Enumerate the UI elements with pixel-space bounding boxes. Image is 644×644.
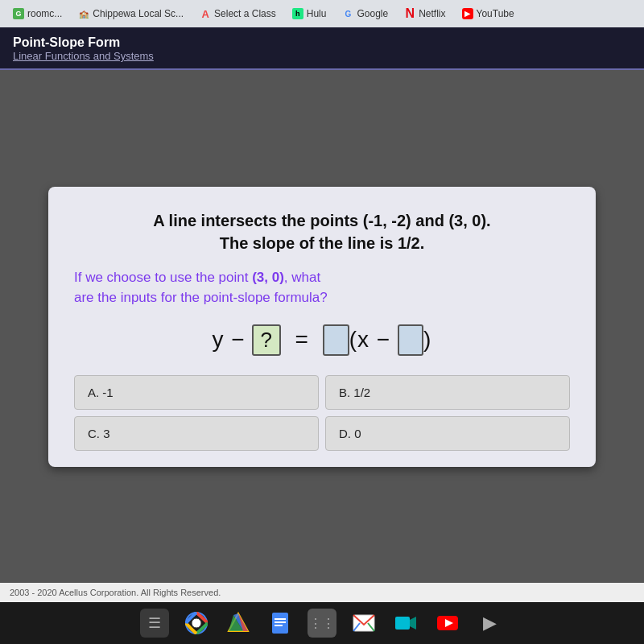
netflix-icon: N [404, 8, 415, 19]
formula-display: y − ? = (x − ) [74, 324, 570, 356]
tab-select-class[interactable]: A Select a Class [193, 5, 283, 23]
youtube-icon: ▶ [462, 8, 473, 19]
tab-roomc-label: roomc... [27, 8, 62, 19]
answer-option-b[interactable]: B. 1/2 [325, 375, 570, 410]
google-icon: G [342, 8, 353, 19]
svg-rect-10 [275, 625, 283, 626]
question-card: A line intersects the points (-1, -2) an… [48, 187, 596, 467]
question-main-text: A line intersects the points (-1, -2) an… [74, 209, 570, 254]
tab-select-class-label: Select a Class [214, 8, 276, 19]
tab-netflix[interactable]: N Netflix [398, 5, 452, 23]
answer-c-label: C. 3 [88, 427, 110, 440]
browser-tab-bar: G roomc... 🏫 Chippewa Local Sc... A Sele… [0, 0, 644, 27]
svg-rect-14 [395, 617, 410, 630]
taskbar-gmail-icon[interactable] [349, 609, 378, 638]
page-header: Point-Slope Form Linear Functions and Sy… [0, 27, 644, 70]
tab-hulu[interactable]: h Hulu [286, 5, 333, 23]
answer-grid: A. -1 B. 1/2 C. 3 D. 0 [74, 375, 570, 451]
taskbar-files-icon[interactable]: ☰ [140, 609, 169, 638]
formula-box-3 [398, 324, 423, 356]
page-subtitle: Linear Functions and Systems [13, 50, 631, 62]
svg-point-2 [192, 619, 200, 627]
tab-chippewa[interactable]: 🏫 Chippewa Local Sc... [72, 5, 190, 23]
svg-rect-8 [275, 618, 286, 620]
svg-marker-15 [410, 617, 416, 630]
answer-option-a[interactable]: A. -1 [74, 375, 319, 410]
tab-netflix-label: Netflix [419, 8, 445, 19]
question-container: A line intersects the points (-1, -2) an… [0, 70, 644, 583]
taskbar-docs-icon[interactable] [266, 609, 295, 638]
footer: 2003 - 2020 Acellus Corporation. All Rig… [0, 583, 644, 602]
acellus-icon: A [200, 8, 211, 19]
formula-box-2 [323, 324, 349, 356]
tab-youtube-label: YouTube [477, 8, 514, 19]
answer-b-label: B. 1/2 [339, 386, 370, 399]
tab-chippewa-label: Chippewa Local Sc... [93, 8, 184, 19]
svg-rect-9 [275, 621, 286, 623]
question-sub-text: If we choose to use the point (3, 0), wh… [74, 267, 570, 308]
taskbar-meet-icon[interactable] [391, 609, 420, 638]
taskbar: ☰ [0, 602, 644, 644]
tab-hulu-label: Hulu [307, 8, 327, 19]
chippewa-icon: 🏫 [78, 8, 89, 19]
answer-option-c[interactable]: C. 3 [74, 416, 319, 451]
taskbar-youtube-icon[interactable] [433, 609, 462, 638]
answer-option-d[interactable]: D. 0 [325, 416, 570, 451]
page-title: Point-Slope Form [13, 35, 631, 50]
copyright-text: 2003 - 2020 Acellus Corporation. All Rig… [10, 588, 221, 597]
answer-a-label: A. -1 [88, 386, 114, 399]
answer-d-label: D. 0 [339, 427, 361, 440]
browser-content: Point-Slope Form Linear Functions and Sy… [0, 27, 644, 644]
taskbar-apps-icon[interactable]: ⋮⋮ [308, 609, 336, 638]
formula-box-1: ? [252, 324, 280, 356]
taskbar-drive-icon[interactable] [224, 609, 253, 638]
tab-roomc[interactable]: G roomc... [6, 5, 68, 23]
classroom-icon: G [13, 8, 24, 19]
tab-youtube[interactable]: ▶ YouTube [456, 5, 521, 23]
taskbar-nav-icon[interactable]: ▶ [475, 609, 504, 638]
tab-google-label: Google [357, 8, 388, 19]
tab-google[interactable]: G Google [336, 5, 394, 23]
hulu-icon: h [292, 8, 303, 19]
taskbar-chrome-icon[interactable] [182, 609, 211, 638]
